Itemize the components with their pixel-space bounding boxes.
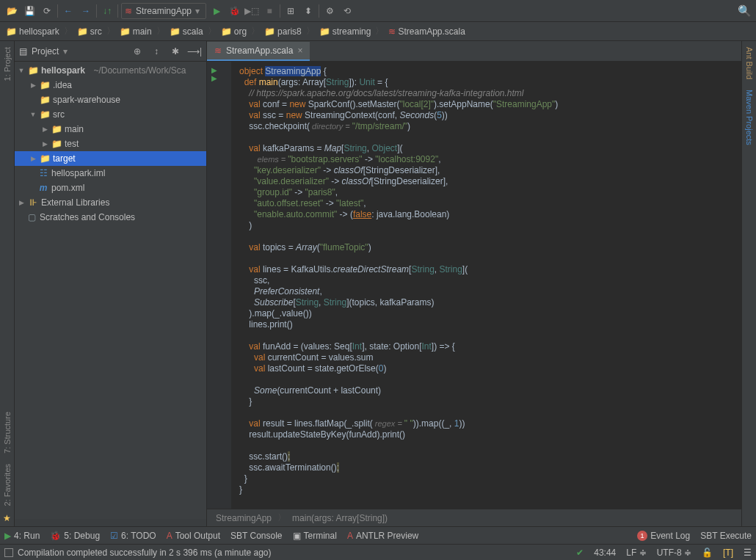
- crumb[interactable]: 📁paris8: [263, 26, 303, 37]
- editor-tabs: ≋ StreamApp.scala ×: [207, 41, 741, 62]
- status-line-ending[interactable]: LF ≑: [626, 548, 646, 558]
- left-gutter: 1: Project 7: Structure 2: Favorites ★: [0, 41, 15, 526]
- project-header: ▤ Project ▾ ⊕ ↕ ✱ ⟶|: [15, 41, 206, 62]
- event-log[interactable]: 1Event Log: [637, 531, 690, 541]
- crumb[interactable]: 📁streaming: [318, 26, 373, 37]
- breadcrumb-bar: 📁hellospark〉 📁src〉 📁main〉 📁scala〉 📁org〉 …: [0, 22, 756, 41]
- status-bar: Compilation completed successfully in 2 …: [0, 544, 756, 560]
- tree-scratch[interactable]: ▢Scratches and Consoles: [15, 210, 206, 225]
- crumb[interactable]: 📁scala: [168, 26, 205, 37]
- status-hint-icon[interactable]: ✔: [576, 548, 584, 558]
- project-icon: ▤: [19, 46, 27, 57]
- crumb[interactable]: 📁main: [118, 26, 153, 37]
- divider: [117, 4, 118, 18]
- editor-breadcrumb: StreamingApp 〉 main(args: Array[String]): [207, 509, 741, 526]
- tool-structure[interactable]: 7: Structure: [3, 409, 12, 457]
- scrollbar[interactable]: [15, 519, 206, 526]
- divider: [319, 4, 319, 18]
- hierarchy-icon[interactable]: ⬍: [301, 4, 316, 18]
- tab-label: StreamApp.scala: [226, 46, 293, 56]
- redo-icon[interactable]: →: [79, 4, 93, 18]
- tree-idea[interactable]: ▶📁.idea: [15, 78, 206, 92]
- tool-maven[interactable]: Maven Projects: [745, 87, 754, 148]
- run-config-label: StreamingApp: [136, 6, 192, 16]
- undo-icon[interactable]: ←: [61, 4, 76, 18]
- tool-debug[interactable]: 🐞5: Debug: [50, 531, 100, 541]
- tree-main[interactable]: ▶📁main: [15, 122, 206, 137]
- divider: [96, 4, 97, 18]
- tool-run[interactable]: ▶4: Run: [4, 531, 40, 541]
- tree-test[interactable]: ▶📁test: [15, 137, 206, 151]
- dropdown-icon: ▾: [195, 6, 200, 16]
- crumb-project[interactable]: 📁hellospark: [4, 26, 61, 37]
- divider: [57, 4, 58, 18]
- divider: [280, 4, 280, 18]
- bc-method[interactable]: main(args: Array[String]): [292, 513, 388, 523]
- crumb[interactable]: 📁src: [76, 26, 103, 37]
- editor-area: ≋ StreamApp.scala × ▶ ▶ object Streaming…: [207, 41, 741, 526]
- tree-root[interactable]: ▼📁hellospark ~/Documents/Work/Sca: [15, 63, 206, 78]
- tool-todo[interactable]: ☑6: TODO: [110, 531, 156, 541]
- collapse-icon[interactable]: ↕: [149, 44, 164, 59]
- save-all-icon[interactable]: 💾: [22, 4, 37, 18]
- dropdown-icon[interactable]: ▾: [63, 46, 68, 57]
- editor-gutter[interactable]: ▶ ▶: [207, 62, 232, 509]
- tool-antlr[interactable]: AANTLR Preview: [347, 531, 418, 541]
- sbt-icon[interactable]: ⚙: [322, 4, 337, 18]
- run-icon[interactable]: ▶: [209, 4, 224, 18]
- tool-project[interactable]: 1: Project: [3, 44, 12, 84]
- structure-icon[interactable]: ⊞: [283, 4, 298, 18]
- crumb-file[interactable]: ≋StreamApp.scala: [387, 26, 466, 37]
- sbt-execute[interactable]: SBT Execute: [700, 531, 752, 541]
- code-editor[interactable]: object StreamingApp { def main(args: Arr…: [232, 62, 741, 509]
- tree-iml[interactable]: ☷hellospark.iml: [15, 166, 206, 181]
- tree-target[interactable]: ▶📁target: [15, 151, 206, 166]
- bottom-tool-bar: ▶4: Run 🐞5: Debug ☑6: TODO ATool Output …: [0, 526, 756, 544]
- event-badge: 1: [637, 531, 647, 541]
- tab-streamapp[interactable]: ≋ StreamApp.scala ×: [207, 42, 310, 61]
- open-icon[interactable]: 📂: [4, 4, 19, 18]
- tool-ant[interactable]: Ant Build: [745, 44, 754, 82]
- coverage-icon[interactable]: ▶⬚: [244, 4, 259, 18]
- tool-sbt[interactable]: SBT Console: [230, 531, 282, 541]
- status-lock-icon[interactable]: 🔓: [702, 548, 713, 558]
- project-title: Project: [32, 46, 59, 57]
- tree-src[interactable]: ▼📁src: [15, 107, 206, 122]
- bc-class[interactable]: StreamingApp: [216, 513, 272, 523]
- main-toolbar: 📂 💾 ⟳ ← → ↓↑ ≋ StreamingApp ▾ ▶ 🐞 ▶⬚ ■ ⊞…: [0, 0, 756, 22]
- main-area: 1: Project 7: Structure 2: Favorites ★ ▤…: [0, 41, 756, 526]
- right-gutter: Ant Build Maven Projects: [741, 41, 756, 526]
- search-icon[interactable]: 🔍: [738, 4, 752, 18]
- status-encoding[interactable]: UTF-8 ≑: [657, 548, 691, 558]
- tree-warehouse[interactable]: 📁spark-warehouse: [15, 92, 206, 107]
- tool-terminal[interactable]: ▣Terminal: [293, 531, 337, 541]
- scala-icon: ≋: [214, 46, 222, 56]
- tree-external[interactable]: ▶⊪External Libraries: [15, 195, 206, 210]
- tool-favorites[interactable]: 2: Favorites: [3, 461, 12, 509]
- scala-icon: ≋: [125, 6, 132, 16]
- locate-icon[interactable]: ⊕: [130, 44, 145, 59]
- refresh-icon[interactable]: ⟲: [340, 4, 355, 18]
- crumb[interactable]: 📁org: [219, 26, 248, 37]
- tool-windows-icon[interactable]: [4, 548, 13, 557]
- editor: ▶ ▶ object StreamingApp { def main(args:…: [207, 62, 741, 509]
- project-panel: ▤ Project ▾ ⊕ ↕ ✱ ⟶| ▼📁hellospark ~/Docu…: [15, 41, 207, 526]
- hide-icon[interactable]: ⟶|: [187, 44, 202, 59]
- tool-output[interactable]: ATool Output: [167, 531, 220, 541]
- project-tree[interactable]: ▼📁hellospark ~/Documents/Work/Sca ▶📁.ide…: [15, 62, 206, 519]
- run-config-selector[interactable]: ≋ StreamingApp ▾: [121, 3, 206, 19]
- tree-pom[interactable]: mpom.xml: [15, 181, 206, 195]
- star-icon: ★: [3, 513, 11, 523]
- status-hector-icon[interactable]: ☰: [744, 548, 752, 558]
- sync-icon[interactable]: ⟳: [40, 4, 54, 18]
- status-inspect-icon[interactable]: [T]: [723, 548, 733, 558]
- settings-icon[interactable]: ✱: [168, 44, 183, 59]
- close-icon[interactable]: ×: [297, 46, 302, 56]
- stop-icon[interactable]: ■: [262, 4, 277, 18]
- status-position[interactable]: 43:44: [594, 548, 616, 558]
- vcs-icon[interactable]: ↓↑: [100, 4, 115, 18]
- debug-icon[interactable]: 🐞: [227, 4, 241, 18]
- status-message: Compilation completed successfully in 2 …: [18, 548, 272, 558]
